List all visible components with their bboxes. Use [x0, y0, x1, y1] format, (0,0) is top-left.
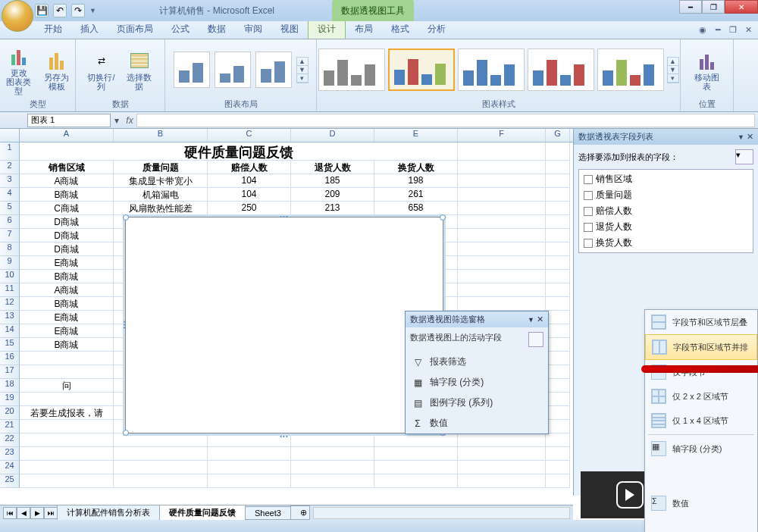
- cell[interactable]: [114, 447, 208, 461]
- cell[interactable]: [291, 433, 374, 447]
- cell[interactable]: D商城: [20, 229, 114, 243]
- row-header[interactable]: 19: [0, 393, 20, 406]
- cell[interactable]: 质量问题: [114, 161, 208, 174]
- name-box[interactable]: 图表 1: [27, 114, 111, 127]
- cell[interactable]: [374, 461, 458, 474]
- chart-layouts[interactable]: ▲▼▾: [174, 42, 309, 97]
- doc-minimize-icon[interactable]: ━: [713, 24, 723, 35]
- cell[interactable]: 198: [374, 174, 458, 188]
- cell[interactable]: [546, 379, 570, 393]
- sheet-tab[interactable]: 计算机配件销售分析表: [57, 505, 160, 521]
- cell[interactable]: [546, 420, 570, 433]
- style-more-icon[interactable]: ▾: [668, 74, 678, 83]
- worksheet[interactable]: ABCDEFG 12345678910111213141516171819202…: [0, 129, 573, 496]
- cell[interactable]: 213: [291, 202, 374, 215]
- cell[interactable]: 104: [208, 174, 291, 188]
- cell[interactable]: [374, 433, 458, 447]
- cell[interactable]: E商城: [20, 324, 114, 338]
- row-header[interactable]: 8: [0, 243, 20, 256]
- filter-item-legend[interactable]: ▤图例字段 (系列): [406, 393, 548, 413]
- cell[interactable]: 集成显卡带宽小: [114, 174, 208, 188]
- row-header[interactable]: 4: [0, 188, 20, 202]
- row-header[interactable]: 25: [0, 474, 20, 488]
- cell[interactable]: [114, 474, 208, 488]
- row-header[interactable]: 21: [0, 420, 20, 433]
- cell[interactable]: 赔偿人数: [208, 161, 291, 174]
- field-list-dropdown-icon[interactable]: ▼: [738, 133, 744, 141]
- row-header[interactable]: 15: [0, 338, 20, 352]
- cell[interactable]: [546, 461, 570, 474]
- cell[interactable]: B商城: [20, 188, 114, 202]
- row-header[interactable]: 9: [0, 256, 20, 270]
- tab-analyze[interactable]: 分析: [418, 20, 455, 39]
- layout-up-icon[interactable]: ▲: [297, 58, 308, 66]
- cell[interactable]: B商城: [20, 297, 114, 311]
- cell[interactable]: E商城: [20, 311, 114, 324]
- cell[interactable]: [20, 461, 114, 474]
- row-header[interactable]: 7: [0, 229, 20, 243]
- maximize-button[interactable]: ❐: [702, 0, 725, 14]
- cell[interactable]: [546, 161, 570, 174]
- cell[interactable]: [458, 202, 546, 215]
- layout-down-icon[interactable]: ▼: [297, 66, 308, 74]
- layout-opt-stacked[interactable]: 字段节和区域节层叠: [645, 310, 757, 334]
- cell[interactable]: 机箱漏电: [114, 188, 208, 202]
- row-header[interactable]: 17: [0, 365, 20, 379]
- tab-formulas[interactable]: 公式: [162, 20, 199, 39]
- cell[interactable]: [458, 256, 546, 270]
- layout-options-button[interactable]: ▾: [735, 149, 753, 164]
- redo-icon[interactable]: ↷: [71, 4, 85, 17]
- cell[interactable]: 销售区域: [20, 161, 114, 174]
- tab-first-icon[interactable]: ⏮: [3, 507, 17, 519]
- layout-opt-sidebyside[interactable]: 字段节和区域节并排: [645, 334, 757, 360]
- row-header[interactable]: 24: [0, 461, 20, 474]
- close-button[interactable]: ✕: [725, 0, 758, 14]
- select-data-button[interactable]: 选择数据: [123, 47, 156, 92]
- row-header[interactable]: 11: [0, 283, 20, 297]
- checkbox-icon[interactable]: [584, 175, 593, 184]
- cell[interactable]: [20, 393, 114, 406]
- change-chart-type-button[interactable]: 更改 图表类型: [2, 42, 36, 97]
- field-list-close-icon[interactable]: ✕: [747, 132, 753, 141]
- cell[interactable]: [114, 461, 208, 474]
- cell[interactable]: 104: [208, 188, 291, 202]
- cell[interactable]: 换货人数: [374, 161, 458, 174]
- cell[interactable]: [458, 161, 546, 174]
- horizontal-scrollbar[interactable]: [313, 507, 570, 519]
- cell[interactable]: [20, 420, 114, 433]
- cell[interactable]: [546, 188, 570, 202]
- cell[interactable]: [458, 283, 546, 297]
- cell[interactable]: [458, 433, 546, 447]
- tab-insert[interactable]: 插入: [71, 20, 108, 39]
- cell[interactable]: [114, 433, 208, 447]
- office-button[interactable]: [2, 0, 33, 32]
- column-header[interactable]: C: [208, 129, 291, 142]
- tab-view[interactable]: 视图: [271, 20, 308, 39]
- cell[interactable]: [458, 270, 546, 283]
- qat-dropdown-icon[interactable]: ▼: [89, 7, 96, 14]
- cell[interactable]: [291, 461, 374, 474]
- cell[interactable]: [458, 447, 546, 461]
- style-up-icon[interactable]: ▲: [668, 58, 678, 66]
- cell[interactable]: [546, 474, 570, 488]
- cell[interactable]: 185: [291, 174, 374, 188]
- column-header[interactable]: F: [458, 129, 546, 142]
- tab-format[interactable]: 格式: [382, 20, 418, 39]
- filter-item-report[interactable]: ▽报表筛选: [406, 352, 548, 372]
- cell[interactable]: [546, 243, 570, 256]
- cell[interactable]: [458, 215, 546, 229]
- cell[interactable]: [546, 338, 570, 352]
- column-header[interactable]: A: [20, 129, 114, 142]
- tab-last-icon[interactable]: ⏭: [44, 507, 58, 519]
- cell[interactable]: D商城: [20, 243, 114, 256]
- tab-data[interactable]: 数据: [199, 20, 235, 39]
- cell[interactable]: [546, 229, 570, 243]
- cell[interactable]: [458, 229, 546, 243]
- cell[interactable]: A商城: [20, 283, 114, 297]
- sheet-tab-active[interactable]: 硬件质量问题反馈: [159, 505, 246, 521]
- tab-design[interactable]: 设计: [308, 19, 346, 39]
- cell[interactable]: 退货人数: [291, 161, 374, 174]
- cell[interactable]: [458, 174, 546, 188]
- row-header[interactable]: 5: [0, 202, 20, 215]
- cell[interactable]: [546, 433, 570, 447]
